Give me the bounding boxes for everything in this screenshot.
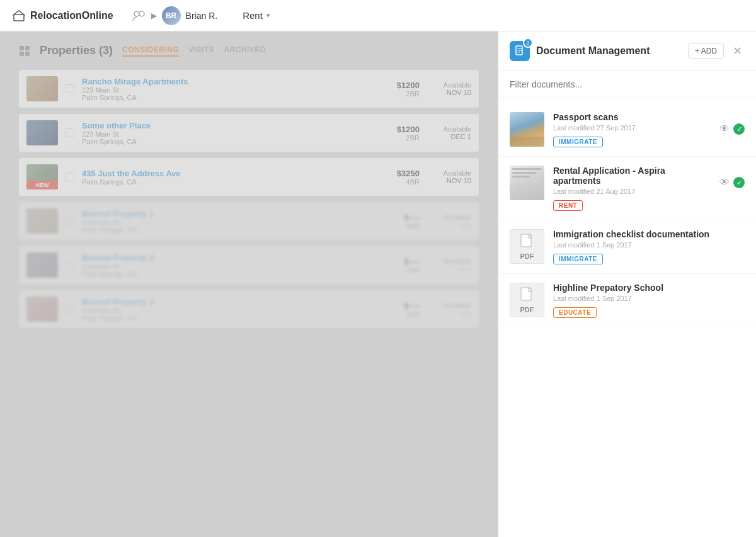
rent-chevron: ▼ — [265, 12, 272, 19]
svg-rect-0 — [14, 14, 24, 21]
topnav: RelocationOnline ▶ BR Brian R. Rent ▼ — [0, 0, 756, 31]
doc-actions: 👁 — [719, 166, 745, 188]
group-icon — [132, 10, 146, 21]
doc-name: Passport scans — [553, 112, 711, 122]
rent-dropdown[interactable]: Rent ▼ — [243, 10, 272, 21]
document-panel: 2 Document Management + ADD ✕ Passport s… — [498, 31, 756, 537]
doc-panel-icon: 2 — [510, 41, 530, 61]
doc-name: Immigration checklist documentation — [553, 229, 745, 239]
view-doc-button[interactable]: 👁 — [719, 177, 730, 188]
filter-input[interactable] — [510, 79, 745, 89]
view-doc-button[interactable]: 👁 — [719, 123, 730, 135]
add-document-button[interactable]: + ADD — [688, 43, 724, 59]
doc-info: Passport scans Last modified 27 Sep 2017… — [553, 112, 711, 147]
approve-doc-button[interactable] — [733, 177, 745, 188]
document-item[interactable]: Rental Application - Aspira apartments L… — [498, 157, 756, 220]
doc-actions: 👁 — [719, 112, 745, 135]
logo[interactable]: RelocationOnline — [13, 9, 113, 22]
doc-thumbnail: PDF — [510, 283, 544, 317]
document-item[interactable]: PDF Immigration checklist documentation … — [498, 220, 756, 274]
doc-info: Highline Prepatory School Last modified … — [553, 283, 745, 318]
doc-thumbnail — [510, 112, 544, 147]
logo-icon — [13, 9, 25, 22]
panel-overlay — [0, 31, 498, 537]
doc-tag: IMMIGRATE — [553, 254, 603, 264]
document-list: Passport scans Last modified 27 Sep 2017… — [498, 98, 756, 537]
doc-modified: Last modified 27 Sep 2017 — [553, 124, 711, 132]
doc-modified: Last modified 21 Aug 2017 — [553, 188, 711, 195]
filter-area — [498, 71, 756, 98]
pdf-label: PDF — [520, 252, 534, 260]
pdf-label: PDF — [520, 306, 534, 314]
doc-name: Highline Prepatory School — [553, 283, 745, 293]
doc-info: Rental Application - Aspira apartments L… — [553, 166, 711, 211]
logo-text: RelocationOnline — [30, 10, 113, 21]
doc-title: Document Management — [536, 45, 682, 57]
doc-name: Rental Application - Aspira apartments — [553, 166, 711, 186]
doc-tag: EDUCATE — [553, 307, 597, 318]
svg-rect-8 — [521, 234, 531, 247]
svg-point-1 — [134, 11, 139, 16]
avatar: BR — [162, 6, 181, 25]
user-nav: ▶ BR Brian R. — [132, 6, 218, 25]
doc-info: Immigration checklist documentation Last… — [553, 229, 745, 264]
doc-thumbnail: PDF — [510, 229, 544, 264]
doc-header: 2 Document Management + ADD ✕ — [498, 31, 756, 71]
doc-modified: Last modified 1 Sep 2017 — [553, 241, 745, 249]
doc-tag: IMMIGRATE — [553, 137, 603, 147]
rent-label: Rent — [243, 10, 263, 21]
document-item[interactable]: PDF Highline Prepatory School Last modif… — [498, 274, 756, 327]
svg-rect-9 — [521, 288, 531, 300]
approve-doc-button[interactable] — [733, 123, 745, 135]
user-name: Brian R. — [186, 11, 218, 21]
doc-badge: 2 — [523, 38, 533, 48]
nav-arrow: ▶ — [151, 11, 157, 20]
doc-modified: Last modified 1 Sep 2017 — [553, 295, 745, 302]
close-panel-button[interactable]: ✕ — [730, 44, 745, 58]
svg-point-2 — [139, 11, 144, 16]
doc-tag: RENT — [553, 200, 583, 211]
left-panel: Properties (3) CONSIDERING VISITS ARCHIV… — [0, 31, 498, 537]
document-item[interactable]: Passport scans Last modified 27 Sep 2017… — [498, 103, 756, 157]
main-layout: Properties (3) CONSIDERING VISITS ARCHIV… — [0, 31, 756, 537]
doc-thumbnail — [510, 166, 544, 200]
